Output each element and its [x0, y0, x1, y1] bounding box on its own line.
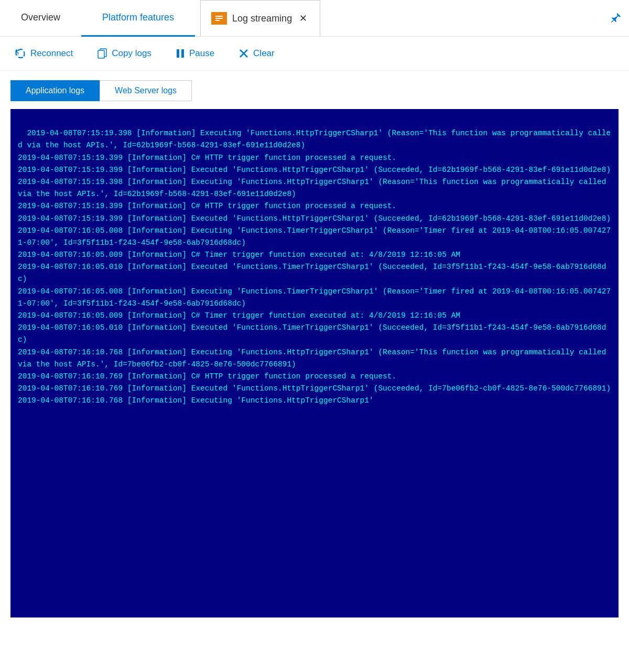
pause-button[interactable]: Pause — [171, 46, 219, 61]
tab-application-logs[interactable]: Application logs — [10, 80, 100, 101]
svg-rect-6 — [98, 50, 104, 58]
clear-button[interactable]: Clear — [234, 46, 279, 61]
pause-icon — [176, 49, 185, 58]
tab-log-streaming-label: Log streaming — [232, 13, 292, 24]
log-streaming-icon — [211, 12, 227, 25]
reconnect-button[interactable]: ↺ Reconnect — [10, 46, 77, 61]
clear-icon — [238, 48, 249, 59]
toolbar: ↺ Reconnect Copy logs Pause — [0, 37, 629, 71]
tab-log-streaming[interactable]: Log streaming ✕ — [200, 0, 320, 36]
application-logs-label: Application logs — [26, 86, 84, 95]
tab-platform-features-label: Platform features — [102, 12, 174, 23]
svg-rect-2 — [215, 18, 223, 19]
log-type-tabs: Application logs Web Server logs — [0, 71, 629, 101]
copy-logs-label: Copy logs — [112, 48, 151, 59]
svg-rect-7 — [177, 49, 179, 58]
tab-overview-label: Overview — [21, 12, 60, 23]
reconnect-icon: ↺ — [15, 48, 26, 59]
tab-close-button[interactable]: ✕ — [297, 12, 309, 25]
svg-text:↺: ↺ — [16, 52, 19, 57]
clear-label: Clear — [253, 48, 275, 59]
copy-icon — [97, 48, 107, 59]
nav-tabs: Overview Platform features Log streaming… — [0, 0, 629, 37]
svg-rect-1 — [215, 16, 223, 17]
copy-logs-button[interactable]: Copy logs — [93, 46, 156, 61]
pause-label: Pause — [189, 48, 214, 59]
log-console[interactable]: 2019-04-08T07:15:19.398 [Information] Ex… — [10, 109, 619, 617]
pin-icon[interactable] — [602, 0, 629, 36]
log-output: 2019-04-08T07:15:19.398 [Information] Ex… — [18, 129, 611, 405]
svg-rect-8 — [181, 49, 184, 58]
web-server-logs-label: Web Server logs — [115, 86, 177, 95]
tab-web-server-logs[interactable]: Web Server logs — [100, 80, 192, 101]
svg-rect-3 — [215, 20, 220, 21]
tab-platform-features[interactable]: Platform features — [81, 0, 195, 37]
reconnect-label: Reconnect — [30, 48, 73, 59]
tab-overview[interactable]: Overview — [0, 0, 81, 37]
